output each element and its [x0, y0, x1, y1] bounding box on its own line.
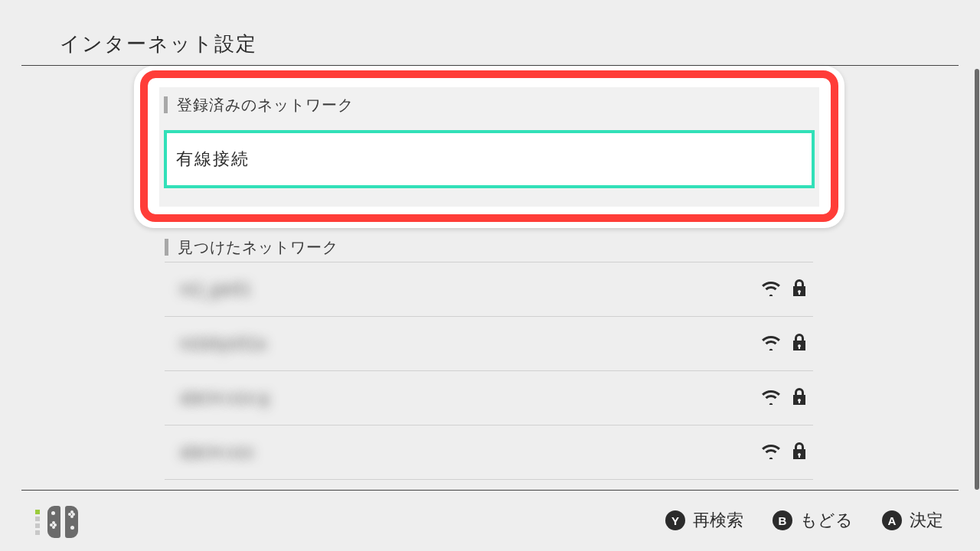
manual-setup-row[interactable]: 手動で設定: [165, 479, 813, 490]
joycon-left-icon: [47, 506, 60, 538]
hint-back[interactable]: B もどる: [773, 509, 853, 532]
network-ssid: nctokyo01a: [180, 334, 761, 354]
hint-label: 決定: [910, 509, 943, 532]
network-ssid: ncl_gw01: [180, 279, 761, 299]
wifi-icon: [761, 388, 781, 408]
found-networks-title: 見つけたネットワーク: [178, 237, 338, 258]
scrollbar[interactable]: [975, 69, 979, 490]
hint-label: 再検索: [693, 509, 743, 532]
footer: Y 再検索 B もどる A 決定: [21, 490, 959, 551]
button-hints: Y 再検索 B もどる A 決定: [665, 509, 943, 532]
joycon-right-icon: [65, 506, 78, 538]
hint-confirm[interactable]: A 決定: [882, 509, 943, 532]
network-ssid: aterm-xxx-g: [180, 388, 761, 408]
section-marker: [164, 96, 168, 113]
wired-connection-label: 有線接続: [176, 148, 250, 171]
y-button-icon: Y: [665, 510, 685, 530]
network-row[interactable]: ncl_gw01: [165, 262, 813, 316]
registered-networks-header: 登録済みのネットワーク: [159, 87, 819, 122]
registered-networks-title: 登録済みのネットワーク: [177, 95, 354, 116]
page-title: インターネット設定: [60, 31, 257, 57]
network-row[interactable]: aterm-xxx-g: [165, 370, 813, 425]
wifi-icon: [761, 442, 781, 462]
lock-icon: [792, 279, 807, 300]
network-row[interactable]: aterm-xxx: [165, 425, 813, 479]
lock-icon: [792, 333, 807, 354]
registered-networks-panel: 登録済みのネットワーク 有線接続: [159, 87, 819, 207]
wifi-icon: [761, 279, 781, 299]
network-row[interactable]: nctokyo01a: [165, 316, 813, 370]
wired-connection-row[interactable]: 有線接続: [164, 130, 815, 188]
registered-highlight-card: 登録済みのネットワーク 有線接続: [134, 66, 844, 228]
controller-status: [35, 506, 78, 538]
header: インターネット設定: [21, 0, 959, 66]
found-networks-header: 見つけたネットワーク: [165, 233, 813, 262]
hint-research[interactable]: Y 再検索: [665, 509, 743, 532]
found-networks-list: ncl_gw01 nctokyo01a aterm-xxx-g: [165, 262, 813, 490]
lock-icon: [792, 442, 807, 463]
lock-icon: [792, 387, 807, 409]
wifi-icon: [761, 334, 781, 354]
network-ssid: aterm-xxx: [180, 442, 761, 462]
hint-label: もどる: [800, 509, 853, 532]
b-button-icon: B: [773, 510, 792, 530]
a-button-icon: A: [882, 510, 902, 530]
player-led: [35, 510, 40, 535]
section-marker: [165, 239, 168, 256]
